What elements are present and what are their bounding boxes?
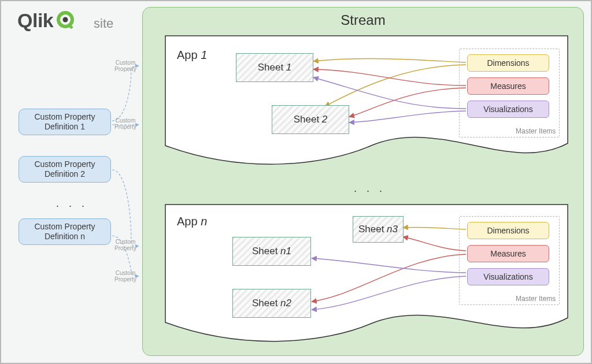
site-label: site	[94, 16, 113, 31]
dimensions-box: Dimensions	[467, 222, 549, 239]
app-label-suffix: n	[201, 215, 207, 228]
cp-tag: Custom Property	[113, 239, 138, 251]
app-label-suffix: 1	[201, 49, 207, 61]
sheet-box: Sheet 1	[236, 53, 313, 82]
cp-label: Custom Property Definition n	[24, 222, 106, 242]
sheet-box: Sheet n2	[232, 289, 311, 318]
app-label-prefix: App	[177, 215, 201, 228]
sheet-box: Sheet n1	[232, 237, 311, 266]
cp-tag: Custom Property	[113, 118, 138, 130]
measures-box: Measures	[467, 77, 549, 95]
app-1-label: App 1	[177, 49, 207, 62]
diagram-canvas: Qlik site Stream	[0, 0, 592, 364]
cp-label: Custom Property Definition 2	[24, 159, 106, 180]
dimensions-box: Dimensions	[467, 54, 549, 72]
custom-property-def-2: Custom Property Definition 2	[18, 156, 111, 183]
apps-ellipsis: . . .	[354, 183, 386, 195]
logo-word: Qlik	[17, 9, 53, 32]
custom-property-def-1: Custom Property Definition 1	[18, 109, 111, 135]
stream-title: Stream	[143, 12, 583, 28]
cp-label: Custom Property Definition 1	[24, 112, 106, 132]
qlik-logo: Qlik	[17, 9, 75, 32]
cp-ellipsis: . . .	[56, 198, 88, 210]
visualizations-box: Visualizations	[467, 268, 549, 285]
logo-q-icon	[57, 10, 75, 31]
sheet-box: Sheet 2	[272, 105, 349, 134]
cp-tag: Custom Property	[113, 60, 138, 72]
app-label-prefix: App	[177, 49, 201, 61]
master-items-label: Master Items	[516, 295, 556, 303]
custom-property-def-n: Custom Property Definition n	[18, 218, 111, 245]
svg-point-1	[63, 17, 68, 22]
app-n-label: App n	[177, 215, 207, 228]
visualizations-box: Visualizations	[467, 101, 549, 118]
master-items-label: Master Items	[516, 127, 556, 135]
measures-box: Measures	[467, 245, 549, 262]
cp-tag: Custom Property	[113, 270, 138, 283]
sheet-box: Sheet n3	[353, 216, 404, 243]
